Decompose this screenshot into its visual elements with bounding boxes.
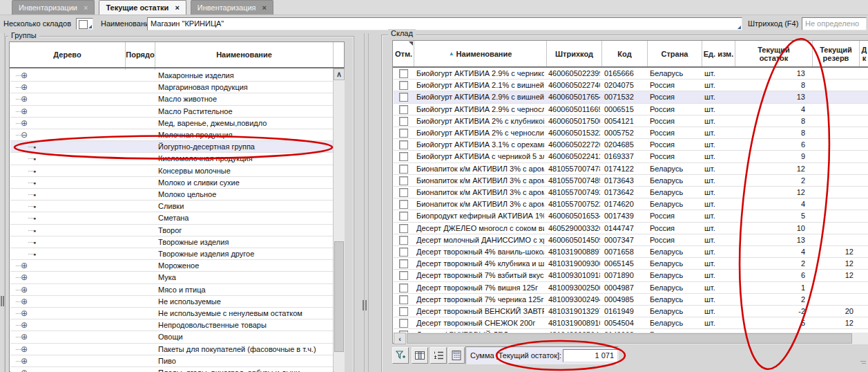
row-checkbox[interactable] [399, 117, 408, 126]
tree-row[interactable]: ●Молоко цельное [10, 189, 333, 201]
stock-row[interactable]: Десерт творожный 7% вишня 125г4810093002… [394, 282, 868, 294]
stock-row[interactable]: Биойогурт АКТИВИА с черникой 5 зла460060… [394, 151, 868, 162]
tree-row[interactable]: ⊕Мед, варенье, джемы,повидло [10, 118, 333, 129]
tree-row[interactable]: ⊕Масло Растительное [10, 106, 333, 118]
scrollbar-thumb[interactable] [334, 241, 344, 352]
stock-hscrollbar[interactable]: ‹ [394, 333, 868, 344]
close-icon[interactable]: × [175, 3, 179, 12]
row-checkbox[interactable] [399, 129, 408, 138]
groups-col-order[interactable]: Порядо [126, 42, 155, 67]
expand-icon[interactable]: ⊕ [21, 93, 28, 105]
row-checkbox[interactable] [399, 295, 408, 304]
stock-row[interactable]: Десерт творожный 7% черника 125г48100930… [394, 294, 868, 306]
splitter-grip[interactable] [365, 300, 367, 310]
row-checkbox[interactable] [399, 236, 408, 245]
stock-col-stock[interactable]: Текущий остаток [735, 41, 812, 66]
stock-row[interactable]: Биойогурт АКТИВИА 2.9% с вишней п4600605… [394, 91, 868, 103]
sum-value[interactable]: 1 071 [563, 349, 618, 362]
expand-icon[interactable]: ⊕ [21, 284, 28, 296]
stock-row[interactable]: Десерт творожный 4% клубника и шо4810319… [394, 258, 868, 270]
stock-row[interactable]: Биойогурт АКТИВИА 2% с клубникой46006050… [394, 115, 868, 127]
row-checkbox[interactable] [399, 81, 408, 90]
row-checkbox[interactable] [399, 212, 408, 221]
tree-row[interactable]: ⊕Овощи [10, 331, 333, 343]
expand-icon[interactable]: ⊕ [21, 106, 28, 118]
stock-row[interactable]: Десерт молочный ДАНИССИМО с хру460060501… [394, 234, 868, 246]
groups-col-tree[interactable]: Дерево [10, 42, 125, 67]
scrollbar-thumb[interactable] [407, 333, 852, 344]
row-checkbox[interactable] [399, 140, 408, 149]
stock-row[interactable]: Десерт творожный 7% взбитый вкус п481009… [394, 270, 868, 281]
stock-row[interactable]: Бионапиток к/м АКТИВИЛ 3% с арома4810557… [394, 187, 868, 198]
row-checkbox[interactable] [399, 200, 408, 209]
tree-row[interactable]: ●Творожные изделия [10, 236, 333, 248]
tree-row[interactable]: ⊕Мука [10, 272, 333, 283]
close-icon[interactable]: × [84, 3, 88, 12]
resize-grip[interactable] [860, 361, 866, 362]
stock-row[interactable]: Бионапиток к/м АКТИВИЛ 3% с арома4810557… [394, 175, 868, 187]
row-checkbox[interactable] [399, 283, 408, 292]
expand-icon[interactable]: ⊕ [21, 70, 28, 82]
tree-row[interactable]: ⊕Маргариновая продукция [10, 82, 333, 93]
stock-row[interactable]: Десерт ДЖЕЛЕО многосл с соком виш4605290… [394, 223, 868, 234]
barcode-input[interactable]: Не определено [802, 17, 867, 30]
stock-row[interactable]: Биойогурт АКТИВИА 2% с чернослив46006050… [394, 127, 868, 139]
stock-col-barcode[interactable]: Штрихкод [547, 41, 601, 66]
row-checkbox[interactable] [399, 176, 408, 185]
row-checkbox[interactable] [399, 165, 408, 174]
stock-row[interactable]: Биопродукт кефирный АКТИВИА 1% с46006050… [394, 210, 868, 222]
tab-inventarizacii[interactable]: Инвентаризации × [12, 0, 95, 15]
expand-icon[interactable]: ⊕ [21, 319, 28, 331]
expand-icon[interactable]: ⊕ [21, 308, 28, 319]
filter-button[interactable] [392, 347, 409, 364]
splitter-grip[interactable] [363, 300, 364, 310]
stock-row[interactable]: Бионапиток к/м АКТИВИЛ 3% с арома4810557… [394, 198, 868, 210]
expand-icon[interactable]: ⊕ [21, 367, 28, 372]
row-checkbox[interactable] [399, 271, 408, 280]
multi-warehouse-checkbox[interactable] [76, 18, 93, 30]
stock-row[interactable]: Биойогурт АКТИВИА 2.1% с вишней и4600605… [394, 80, 868, 91]
tree-row[interactable]: ●Творог [10, 225, 333, 236]
tree-row[interactable]: ⊕Пакеты для покупателей (фасовочные в т.… [10, 344, 333, 355]
tree-row[interactable]: ●Молоко и сливки сухие [10, 177, 333, 189]
expand-icon[interactable]: ⊕ [21, 260, 28, 272]
tree-row[interactable]: ●Сметана [10, 212, 333, 224]
calculator-button[interactable] [448, 347, 465, 364]
tree-row[interactable]: ⊖Молочная продукция [10, 129, 333, 141]
expand-icon[interactable]: ⊕ [21, 296, 28, 308]
panel-splitter[interactable] [364, 33, 365, 372]
stock-col-country[interactable]: Страна [648, 41, 702, 66]
scroll-up-icon[interactable]: ∧ [334, 68, 345, 80]
tree-row[interactable]: ●Творожные изделия другое [10, 248, 333, 260]
expand-icon[interactable]: ⊕ [21, 82, 28, 93]
stock-row[interactable]: Десерт творожный СНЕЖОК 200г481031900891… [394, 317, 868, 329]
name-input[interactable]: Магазин "КРИНИЦА" [147, 17, 742, 30]
tree-row[interactable]: ●Консервы молочные [10, 165, 333, 177]
expand-icon[interactable]: ⊕ [21, 331, 28, 343]
stock-row[interactable]: Десерт творожный ВЕНСКИЙ ЗАВТРА481031901… [394, 306, 868, 317]
scroll-left-icon[interactable]: ‹ [394, 333, 406, 344]
columns-button[interactable] [412, 347, 428, 364]
numbered-list-button[interactable] [430, 347, 447, 364]
tree-row[interactable]: ⊕Не используемые [10, 296, 333, 308]
tree-row[interactable]: ⊕Пиво [10, 355, 333, 367]
close-icon[interactable]: × [262, 3, 267, 12]
row-checkbox[interactable] [399, 224, 408, 233]
panel-splitter[interactable] [368, 33, 369, 372]
row-checkbox[interactable] [399, 152, 408, 161]
stock-col-reserve[interactable]: Текущий резерв [813, 41, 859, 66]
tree-row[interactable]: ⊕Масло животное [10, 93, 333, 105]
row-checkbox[interactable] [399, 319, 408, 328]
row-checkbox[interactable] [399, 248, 408, 257]
stock-row[interactable]: Десерт творожный 4% ваниль-шокола4810319… [394, 246, 868, 258]
row-checkbox[interactable] [399, 69, 408, 78]
row-checkbox[interactable] [399, 307, 408, 316]
tree-row[interactable]: ⊕Не используемые с ненулевым остатком [10, 308, 333, 319]
tree-row[interactable]: ⊕Непродовольственные товары [10, 319, 333, 331]
tree-row[interactable]: ●Кисломолочная продукция [10, 153, 333, 165]
tree-row[interactable]: ●Сливки [10, 201, 333, 212]
expand-icon[interactable]: ⊕ [21, 272, 28, 283]
row-checkbox[interactable] [399, 93, 408, 102]
tree-row[interactable]: ⊕Плоды, ягоды, виноград, арбузы и дыни [10, 367, 333, 372]
tree-row[interactable]: ⊕Мороженое [10, 260, 333, 272]
